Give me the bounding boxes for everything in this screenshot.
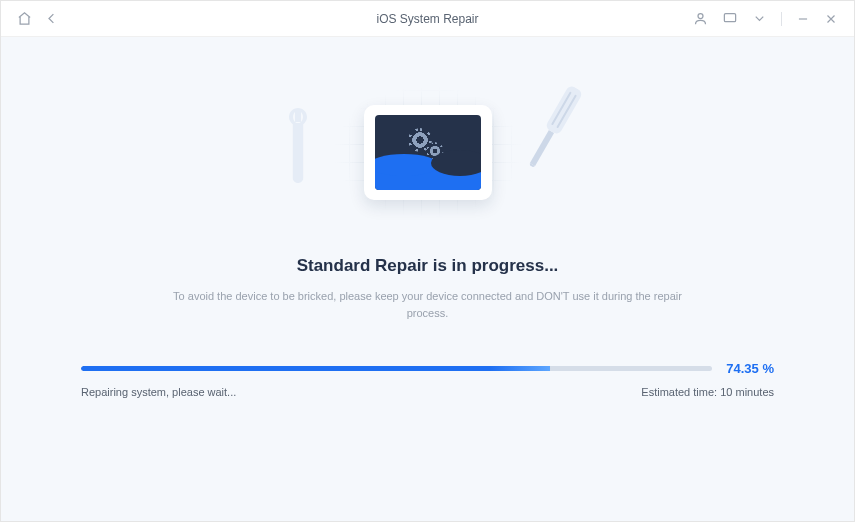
gear-icon <box>411 131 429 149</box>
wrench-icon <box>281 108 315 192</box>
repair-illustration <box>313 72 543 232</box>
close-icon[interactable] <box>824 12 838 26</box>
svg-point-0 <box>698 14 703 19</box>
app-window: iOS System Repair <box>0 0 855 522</box>
progress-labels: Repairing system, please wait... Estimat… <box>81 386 774 398</box>
status-text: Repairing system, please wait... <box>81 386 236 398</box>
content-area: Standard Repair is in progress... To avo… <box>1 37 854 521</box>
titlebar-left <box>17 11 59 26</box>
titlebar: iOS System Repair <box>1 1 854 37</box>
window-title: iOS System Repair <box>376 12 478 26</box>
divider <box>781 12 782 26</box>
feedback-icon[interactable] <box>722 11 738 26</box>
progress-warning: To avoid the device to be bricked, pleas… <box>168 288 688 321</box>
device-screen <box>375 115 481 190</box>
home-icon[interactable] <box>17 11 32 26</box>
progress-heading: Standard Repair is in progress... <box>297 256 559 276</box>
progress-row: 74.35 % <box>81 361 774 376</box>
device-frame <box>364 105 492 200</box>
svg-rect-4 <box>544 84 583 135</box>
eta-text: Estimated time: 10 minutes <box>641 386 774 398</box>
back-icon[interactable] <box>44 11 59 26</box>
wave-decoration <box>375 164 481 190</box>
chevron-down-icon[interactable] <box>752 11 767 26</box>
progress-percent: 74.35 % <box>726 361 774 376</box>
minimize-icon[interactable] <box>796 12 810 26</box>
progress-section: 74.35 % Repairing system, please wait...… <box>81 361 774 398</box>
progress-fill <box>81 366 550 371</box>
user-icon[interactable] <box>693 11 708 26</box>
progress-bar <box>81 366 712 371</box>
titlebar-right <box>693 11 838 26</box>
